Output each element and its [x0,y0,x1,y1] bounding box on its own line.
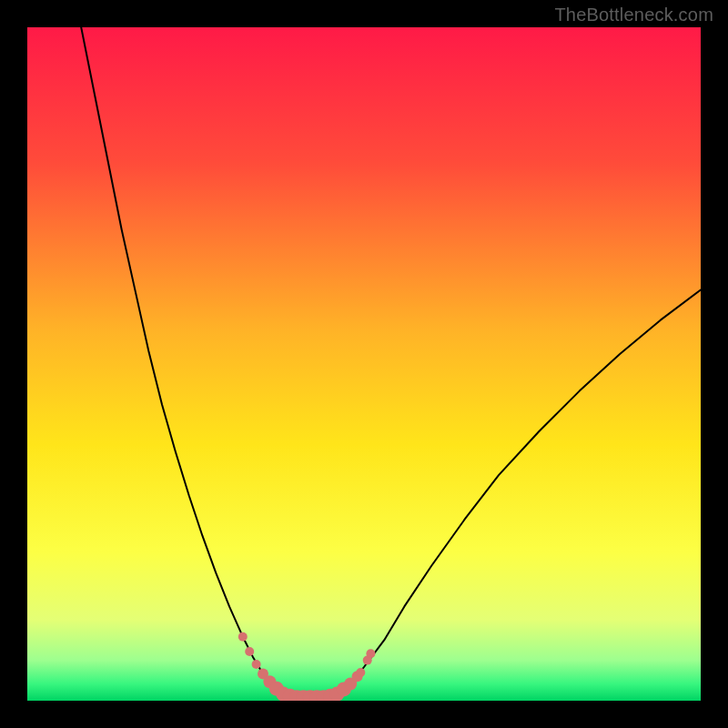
highlight-dot [252,660,261,669]
curve-path [81,27,701,697]
highlight-dot [245,647,254,656]
plot-area [27,27,701,701]
highlight-dot [366,649,375,658]
outer-frame: TheBottleneck.com [0,0,728,728]
highlight-dot [238,632,248,642]
highlight-dot [356,668,365,677]
bottleneck-curve [27,27,701,701]
watermark-text: TheBottleneck.com [554,5,713,25]
